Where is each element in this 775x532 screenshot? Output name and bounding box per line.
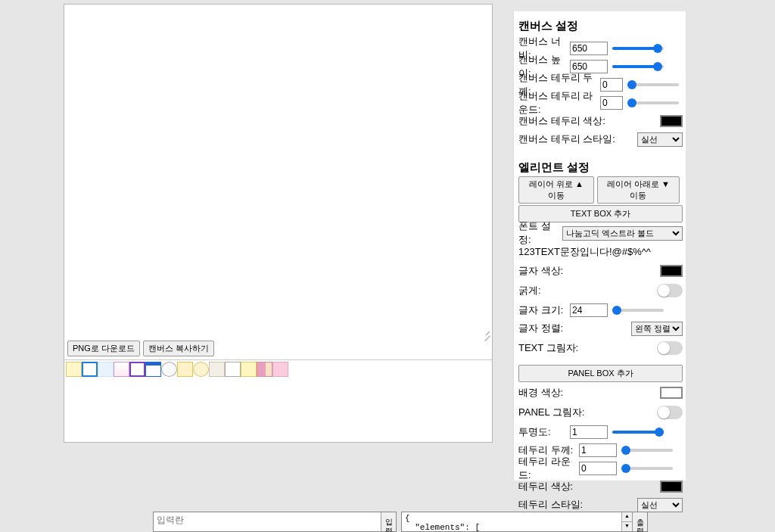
main-workspace: PNG로 다운로드 캔버스 복사하기 — [64, 4, 493, 443]
output-textarea-wrap: ▲▼ 출력 — [401, 512, 648, 532]
font-size-input[interactable] — [570, 303, 608, 317]
template-thumb[interactable] — [177, 362, 193, 377]
canvas-border-style-select[interactable]: 실선 — [637, 132, 683, 147]
canvas[interactable] — [64, 5, 492, 338]
align-row: 글자 정렬: 왼쪽 정렬 — [518, 321, 683, 336]
font-label: 폰트 설정: — [518, 219, 562, 247]
panel-shadow-row: PANEL 그림자: — [518, 403, 683, 422]
sample-text: 123TEXT문장입니다!@#$%^^ — [518, 245, 683, 259]
canvas-border-radius-row: 캔버스 테두리 라운드: — [518, 95, 683, 110]
input-submit-button[interactable]: 입력 — [381, 512, 396, 531]
layer-buttons-row: 레이어 위로 ▲ 이동 레이어 아래로 ▼ 이동 — [518, 182, 683, 198]
canvas-width-slider[interactable] — [612, 44, 664, 53]
panel-border-radius-slider[interactable] — [621, 464, 673, 473]
text-color-swatch[interactable] — [660, 265, 683, 277]
template-thumb[interactable] — [82, 362, 98, 377]
canvas-toolbar: PNG로 다운로드 캔버스 복사하기 — [64, 338, 492, 356]
output-spinner[interactable]: ▲▼ — [621, 512, 632, 531]
input-textarea-wrap: 입력 — [153, 512, 397, 532]
canvas-width-input[interactable] — [570, 42, 608, 55]
template-thumb[interactable] — [145, 362, 161, 377]
layer-down-button[interactable]: 레이어 아래로 ▼ 이동 — [597, 176, 680, 204]
output-button[interactable]: 출력 — [632, 512, 647, 531]
canvas-border-width-slider[interactable] — [627, 80, 679, 89]
font-size-label: 글자 크기: — [518, 303, 570, 317]
panel-border-style-row: 테두리 스타일: 실선 — [518, 497, 683, 512]
font-row: 폰트 설정: 나눔고딕 엑스트라 볼드 — [518, 226, 683, 241]
bg-color-swatch[interactable] — [660, 387, 683, 399]
template-thumb[interactable] — [193, 362, 209, 377]
template-thumb[interactable] — [272, 362, 288, 377]
panel-border-color-row: 테두리 색상: — [518, 479, 683, 494]
copy-canvas-button[interactable]: 캔버스 복사하기 — [143, 341, 214, 356]
text-shadow-label: TEXT 그림자: — [518, 341, 657, 355]
panel-border-width-slider[interactable] — [621, 446, 673, 455]
text-color-row: 글자 색상: — [518, 263, 683, 278]
panel-border-width-input[interactable] — [579, 443, 617, 457]
bold-label: 굵게: — [518, 284, 657, 297]
opacity-row: 투명도: — [518, 425, 683, 440]
canvas-border-style-label: 캔버스 테두리 스타일: — [518, 132, 637, 146]
canvas-border-style-row: 캔버스 테두리 스타일: 실선 — [518, 132, 683, 147]
panel-border-color-swatch[interactable] — [660, 481, 683, 493]
text-color-label: 글자 색상: — [518, 264, 660, 278]
download-png-button[interactable]: PNG로 다운로드 — [67, 341, 140, 356]
panel-border-radius-label: 테두리 라운드: — [518, 455, 579, 482]
bold-row: 굵게: — [518, 282, 683, 300]
template-thumb[interactable] — [114, 362, 129, 377]
template-thumb[interactable] — [161, 362, 177, 377]
input-textarea[interactable] — [154, 512, 381, 531]
bg-color-label: 배경 색상: — [518, 386, 660, 400]
bottom-io-row: 입력 ▲▼ 출력 — [153, 512, 648, 532]
opacity-slider[interactable] — [612, 428, 664, 437]
text-shadow-toggle[interactable] — [657, 341, 683, 355]
template-strip — [64, 360, 492, 378]
settings-panel: 캔버스 설정 캔버스 너비: 캔버스 높이: 캔버스 테두리 두께: 캔버스 테… — [513, 11, 686, 481]
panel-border-color-label: 테두리 색상: — [518, 480, 660, 493]
template-thumb[interactable] — [225, 362, 241, 377]
opacity-input[interactable] — [570, 425, 608, 439]
template-thumb[interactable] — [209, 362, 225, 377]
bg-color-row: 배경 색상: — [518, 385, 683, 400]
panel-border-style-select[interactable]: 실선 — [637, 498, 683, 512]
template-thumb[interactable] — [98, 362, 114, 377]
font-size-slider[interactable] — [612, 306, 664, 315]
bold-toggle[interactable] — [657, 284, 683, 297]
panel-shadow-label: PANEL 그림자: — [518, 406, 657, 419]
template-thumb[interactable] — [257, 362, 272, 377]
canvas-border-width-input[interactable] — [600, 78, 623, 92]
align-label: 글자 정렬: — [518, 322, 631, 335]
panel-shadow-toggle[interactable] — [657, 406, 683, 419]
panel-border-radius-row: 테두리 라운드: — [518, 461, 683, 476]
panel-border-style-label: 테두리 스타일: — [518, 498, 637, 512]
font-select[interactable]: 나눔고딕 엑스트라 볼드 — [562, 226, 683, 241]
output-textarea[interactable] — [402, 512, 621, 531]
element-settings-title: 엘리먼트 설정 — [518, 160, 683, 175]
align-select[interactable]: 왼쪽 정렬 — [631, 322, 683, 336]
canvas-settings-title: 캔버스 설정 — [518, 19, 683, 33]
template-thumb[interactable] — [129, 362, 145, 377]
font-size-row: 글자 크기: — [518, 303, 683, 318]
template-thumb[interactable] — [66, 362, 82, 377]
layer-up-button[interactable]: 레이어 위로 ▲ 이동 — [518, 176, 594, 204]
canvas-border-color-swatch[interactable] — [660, 115, 683, 127]
canvas-border-color-label: 캔버스 테두리 색상: — [518, 114, 660, 128]
text-shadow-row: TEXT 그림자: — [518, 339, 683, 357]
canvas-border-radius-slider[interactable] — [627, 98, 679, 107]
canvas-height-slider[interactable] — [612, 62, 664, 71]
canvas-border-radius-label: 캔버스 테두리 라운드: — [518, 89, 600, 117]
resize-handle-icon[interactable] — [483, 328, 490, 336]
template-thumb[interactable] — [241, 362, 257, 377]
panel-border-radius-input[interactable] — [579, 462, 617, 475]
canvas-border-radius-input[interactable] — [600, 96, 623, 110]
add-panel-box-button[interactable]: PANEL BOX 추가 — [518, 365, 683, 382]
opacity-label: 투명도: — [518, 425, 570, 439]
canvas-border-color-row: 캔버스 테두리 색상: — [518, 114, 683, 129]
